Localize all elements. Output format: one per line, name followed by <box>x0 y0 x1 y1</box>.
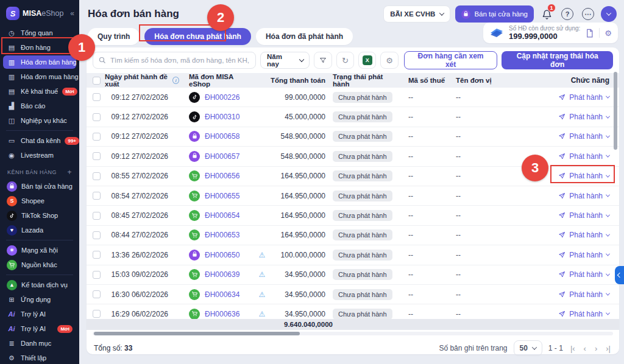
horizontal-scrollbar-thumb[interactable] <box>94 332 300 335</box>
update-status-button[interactable]: Cập nhật trạng thái hóa đơn <box>502 51 613 69</box>
tab-1[interactable]: Quy trình <box>88 28 140 45</box>
store-sale-button[interactable]: Bán tại cửa hàng <box>455 5 534 23</box>
help-button[interactable]: ? <box>559 6 575 22</box>
publish-action[interactable]: Phát hành <box>512 172 619 180</box>
sidebar-item-overview[interactable]: ◷Tổng quan <box>3 26 76 40</box>
invoice-document-button[interactable] <box>585 29 594 38</box>
next-page-button[interactable]: › <box>594 344 598 353</box>
side-panel-toggle[interactable] <box>615 266 624 284</box>
publish-action[interactable]: Phát hành <box>512 251 619 259</box>
select-all-checkbox[interactable] <box>93 77 101 85</box>
sidebar-item-purchase-invoice[interactable]: ▥Hóa đơn mua hàng <box>3 70 76 83</box>
sidebar-item-sales-invoice[interactable]: ▥Hóa đơn bán hàng <box>3 55 76 69</box>
sidebar-item-lazada[interactable]: ♥Lazada <box>3 223 76 237</box>
warning-icon[interactable]: ⚠ <box>255 290 269 299</box>
table-row[interactable]: 08:45 27/02/2026ĐH000654164.950,0000Chưa… <box>87 206 619 225</box>
order-code-link[interactable]: ĐH000650 <box>205 251 239 259</box>
order-code-link[interactable]: ĐH000657 <box>205 152 239 161</box>
per-page-select[interactable]: 50 <box>514 340 542 356</box>
order-code-link[interactable]: ĐH000634 <box>205 290 239 299</box>
sidebar-item-accounting[interactable]: ▲Kế toán dịch vụ <box>3 278 76 292</box>
table-row[interactable]: 09:12 27/02/2026ĐH000657548.900,0000Chưa… <box>87 147 619 166</box>
column-unit[interactable]: Tên đơn vị <box>448 77 512 84</box>
sidebar-item-social[interactable]: ✶Mạng xã hội <box>3 243 76 257</box>
refresh-button[interactable]: ↻ <box>336 52 354 69</box>
sidebar-item-shopee[interactable]: SShopee <box>3 194 76 208</box>
order-code-link[interactable]: ĐH000653 <box>205 231 239 239</box>
sidebar-item-ai[interactable]: AiTrợ lý AIMới <box>3 322 76 335</box>
sidebar-item-gear[interactable]: ⚙Thiết lập <box>3 351 76 364</box>
column-total[interactable]: Tổng thanh toán <box>269 77 325 84</box>
previous-page-button[interactable]: ‹ <box>583 344 587 353</box>
invoice-settings-button[interactable]: ⚙ <box>604 29 612 38</box>
warning-icon[interactable]: ⚠ <box>255 310 269 318</box>
publish-action[interactable]: Phát hành <box>512 211 619 220</box>
account-menu-button[interactable] <box>601 6 617 22</box>
row-checkbox[interactable] <box>93 93 101 101</box>
sidebar-collapse-icon[interactable]: « <box>70 9 74 18</box>
row-checkbox[interactable] <box>93 271 101 279</box>
order-code-link[interactable]: ĐH000654 <box>205 211 239 220</box>
row-checkbox[interactable] <box>93 133 101 141</box>
info-icon[interactable]: i <box>172 77 179 84</box>
period-filter[interactable]: Năm nay <box>260 52 310 69</box>
sidebar-item-other-ops[interactable]: ◫Nghiệp vụ khác <box>3 114 76 127</box>
table-row[interactable]: 08:54 27/02/2026ĐH000655164.950,0000Chưa… <box>87 186 619 206</box>
table-row[interactable]: 16:30 06/02/2026ĐH000634⚠34.950,0000Chưa… <box>87 285 619 304</box>
sidebar-item-tax[interactable]: ▤Kê khai thuếMới <box>3 85 76 98</box>
order-code-link[interactable]: ĐH000639 <box>205 270 239 279</box>
table-row[interactable]: 13:36 26/02/2026ĐH000650⚠100.000,0000Chư… <box>87 245 619 265</box>
column-date[interactable]: Ngày phát hành đề xuấti <box>105 73 184 88</box>
publish-action[interactable]: Phát hành <box>512 152 619 161</box>
warning-icon[interactable]: ⚠ <box>255 270 269 279</box>
row-checkbox[interactable] <box>93 152 101 160</box>
table-row[interactable]: 08:44 27/02/2026ĐH000653164.950,0000Chưa… <box>87 226 619 245</box>
notifications-button[interactable]: 1 <box>539 6 555 22</box>
publish-action[interactable]: Phát hành <box>512 192 619 200</box>
order-code-link[interactable]: ĐH000656 <box>205 172 239 180</box>
column-status[interactable]: Trạng thái phát hành <box>325 73 401 88</box>
filter-button[interactable] <box>314 52 332 69</box>
row-checkbox[interactable] <box>93 231 101 239</box>
table-row[interactable]: 09:12 27/02/2026ĐH00031045.000,0000Chưa … <box>87 107 619 127</box>
order-code-link[interactable]: ĐH000636 <box>205 310 239 318</box>
first-page-button[interactable]: |‹ <box>569 344 576 353</box>
sidebar-item-report[interactable]: ▟Báo cáo <box>3 99 76 113</box>
order-code-link[interactable]: ĐH000655 <box>205 192 239 200</box>
sidebar-item-apps[interactable]: ⊞Ứng dụng <box>3 293 76 306</box>
sidebar-item-orders[interactable]: ▤Đơn hàng <box>3 41 76 54</box>
row-checkbox[interactable] <box>93 172 101 180</box>
row-checkbox[interactable] <box>93 310 101 318</box>
last-page-button[interactable]: ›| <box>604 344 612 353</box>
row-checkbox[interactable] <box>93 113 101 121</box>
order-code-link[interactable]: ĐH000658 <box>205 132 239 141</box>
horizontal-scrollbar[interactable] <box>93 332 613 335</box>
warning-icon[interactable]: ⚠ <box>255 251 269 259</box>
column-tax[interactable]: Mã số thuế <box>401 77 448 84</box>
search-input[interactable] <box>110 57 250 64</box>
sidebar-item-list[interactable]: ≣Danh mục <box>3 337 76 350</box>
publish-action[interactable]: Phát hành <box>512 113 619 121</box>
publish-action[interactable]: Phát hành <box>512 310 619 318</box>
order-code-link[interactable]: ĐH000310 <box>205 113 239 121</box>
table-settings-button[interactable]: ⚙ <box>380 52 398 69</box>
vertical-scrollbar-thumb[interactable] <box>614 72 617 150</box>
export-excel-button[interactable]: X <box>358 52 376 69</box>
sidebar-item-chat[interactable]: ▭Chat đa kênh99+ <box>3 134 76 147</box>
publish-action[interactable]: Phát hành <box>512 270 619 279</box>
add-channel-button[interactable]: + <box>67 168 72 177</box>
publish-action[interactable]: Phát hành <box>512 231 619 239</box>
row-checkbox[interactable] <box>93 251 101 259</box>
row-checkbox[interactable] <box>93 290 101 298</box>
publish-action[interactable]: Phát hành <box>512 93 619 102</box>
sidebar-item-ai[interactable]: AiTrợ lý AI <box>3 307 76 321</box>
tab-3[interactable]: Hóa đơn đã phát hành <box>256 28 353 45</box>
sidebar-item-cart[interactable]: Nguồn khác <box>3 258 76 271</box>
column-code[interactable]: Mã đơn MISA eShop <box>184 73 255 88</box>
more-button[interactable]: ⋯ <box>580 6 596 22</box>
table-row[interactable]: 09:12 27/02/2026ĐH000658548.900,0000Chưa… <box>87 127 619 147</box>
sidebar-item-tiktok[interactable]: TikTok Shop <box>3 209 76 222</box>
table-row[interactable]: 15:03 09/02/2026ĐH000639⚠34.950,0000Chưa… <box>87 265 619 285</box>
branch-selector[interactable]: BÃI XE CVHB <box>383 5 450 23</box>
review-orders-button[interactable]: Đơn hàng cần xem xét <box>404 51 498 69</box>
